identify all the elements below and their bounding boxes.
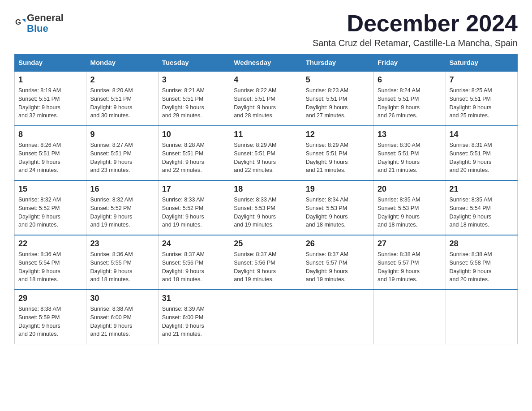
location-subtitle: Santa Cruz del Retamar, Castille-La Manc… [313, 38, 518, 48]
day-number: 6 [378, 75, 442, 85]
day-cell-12: 12Sunrise: 8:29 AMSunset: 5:51 PMDayligh… [302, 126, 373, 180]
day-info: Sunrise: 8:32 AMSunset: 5:52 PMDaylight:… [90, 196, 154, 229]
day-cell-11: 11Sunrise: 8:29 AMSunset: 5:51 PMDayligh… [230, 126, 302, 180]
day-cell-5: 5Sunrise: 8:23 AMSunset: 5:51 PMDaylight… [302, 71, 373, 126]
day-number: 18 [234, 184, 298, 194]
weekday-header-monday: Monday [86, 54, 158, 72]
day-number: 15 [18, 184, 82, 194]
day-cell-3: 3Sunrise: 8:21 AMSunset: 5:51 PMDaylight… [158, 71, 230, 126]
day-number: 20 [378, 184, 442, 194]
day-cell-30: 30Sunrise: 8:38 AMSunset: 6:00 PMDayligh… [86, 290, 158, 344]
svg-marker-1 [22, 19, 26, 22]
logo-general-text: General [27, 13, 64, 23]
weekday-header-row: SundayMondayTuesdayWednesdayThursdayFrid… [15, 54, 518, 72]
week-row-3: 15Sunrise: 8:32 AMSunset: 5:52 PMDayligh… [15, 180, 518, 235]
day-info: Sunrise: 8:39 AMSunset: 6:00 PMDaylight:… [162, 305, 226, 338]
logo-icon: G [15, 17, 26, 28]
day-number: 7 [450, 75, 514, 85]
day-cell-16: 16Sunrise: 8:32 AMSunset: 5:52 PMDayligh… [86, 180, 158, 235]
day-number: 1 [18, 75, 82, 85]
day-number: 30 [90, 294, 154, 303]
empty-cell [446, 290, 517, 344]
day-number: 29 [18, 294, 82, 303]
svg-text:G: G [15, 18, 21, 26]
day-info: Sunrise: 8:33 AMSunset: 5:52 PMDaylight:… [162, 196, 226, 229]
day-info: Sunrise: 8:38 AMSunset: 5:59 PMDaylight:… [18, 305, 82, 338]
day-number: 28 [450, 239, 514, 248]
weekday-header-saturday: Saturday [446, 54, 517, 72]
day-info: Sunrise: 8:38 AMSunset: 5:57 PMDaylight:… [378, 250, 442, 284]
day-info: Sunrise: 8:20 AMSunset: 5:51 PMDaylight:… [90, 86, 154, 120]
day-number: 17 [162, 184, 226, 194]
day-cell-13: 13Sunrise: 8:30 AMSunset: 5:51 PMDayligh… [374, 126, 446, 180]
day-info: Sunrise: 8:37 AMSunset: 5:57 PMDaylight:… [306, 250, 370, 284]
day-cell-17: 17Sunrise: 8:33 AMSunset: 5:52 PMDayligh… [158, 180, 230, 235]
week-row-5: 29Sunrise: 8:38 AMSunset: 5:59 PMDayligh… [15, 290, 518, 344]
day-cell-18: 18Sunrise: 8:33 AMSunset: 5:53 PMDayligh… [230, 180, 302, 235]
day-cell-20: 20Sunrise: 8:35 AMSunset: 5:53 PMDayligh… [374, 180, 446, 235]
day-cell-23: 23Sunrise: 8:36 AMSunset: 5:55 PMDayligh… [86, 235, 158, 290]
logo: G General Blue [14, 13, 64, 34]
day-cell-28: 28Sunrise: 8:38 AMSunset: 5:58 PMDayligh… [446, 235, 517, 290]
day-number: 9 [90, 130, 154, 139]
day-info: Sunrise: 8:35 AMSunset: 5:53 PMDaylight:… [378, 196, 442, 229]
day-number: 12 [306, 130, 370, 139]
day-cell-15: 15Sunrise: 8:32 AMSunset: 5:52 PMDayligh… [15, 180, 86, 235]
day-cell-10: 10Sunrise: 8:28 AMSunset: 5:51 PMDayligh… [158, 126, 230, 180]
day-info: Sunrise: 8:29 AMSunset: 5:51 PMDaylight:… [234, 141, 298, 175]
day-info: Sunrise: 8:21 AMSunset: 5:51 PMDaylight:… [162, 86, 226, 120]
weekday-header-thursday: Thursday [302, 54, 373, 72]
week-row-2: 8Sunrise: 8:26 AMSunset: 5:51 PMDaylight… [15, 126, 518, 180]
day-info: Sunrise: 8:32 AMSunset: 5:52 PMDaylight:… [18, 196, 82, 229]
day-cell-29: 29Sunrise: 8:38 AMSunset: 5:59 PMDayligh… [15, 290, 86, 344]
week-row-4: 22Sunrise: 8:36 AMSunset: 5:54 PMDayligh… [15, 235, 518, 290]
calendar-table: SundayMondayTuesdayWednesdayThursdayFrid… [14, 54, 518, 344]
weekday-header-friday: Friday [374, 54, 446, 72]
title-area: December 2024 Santa Cruz del Retamar, Ca… [313, 11, 518, 48]
week-row-1: 1Sunrise: 8:19 AMSunset: 5:51 PMDaylight… [15, 71, 518, 126]
empty-cell [374, 290, 446, 344]
day-cell-4: 4Sunrise: 8:22 AMSunset: 5:51 PMDaylight… [230, 71, 302, 126]
day-number: 13 [378, 130, 442, 139]
month-title: December 2024 [313, 11, 518, 36]
day-info: Sunrise: 8:31 AMSunset: 5:51 PMDaylight:… [450, 141, 514, 175]
day-cell-6: 6Sunrise: 8:24 AMSunset: 5:51 PMDaylight… [374, 71, 446, 126]
day-number: 16 [90, 184, 154, 194]
day-number: 4 [234, 75, 298, 85]
day-cell-1: 1Sunrise: 8:19 AMSunset: 5:51 PMDaylight… [15, 71, 86, 126]
day-cell-8: 8Sunrise: 8:26 AMSunset: 5:51 PMDaylight… [15, 126, 86, 180]
weekday-header-wednesday: Wednesday [230, 54, 302, 72]
day-info: Sunrise: 8:34 AMSunset: 5:53 PMDaylight:… [306, 196, 370, 229]
day-cell-27: 27Sunrise: 8:38 AMSunset: 5:57 PMDayligh… [374, 235, 446, 290]
day-cell-2: 2Sunrise: 8:20 AMSunset: 5:51 PMDaylight… [86, 71, 158, 126]
day-number: 25 [234, 239, 298, 248]
empty-cell [302, 290, 373, 344]
day-cell-31: 31Sunrise: 8:39 AMSunset: 6:00 PMDayligh… [158, 290, 230, 344]
day-cell-26: 26Sunrise: 8:37 AMSunset: 5:57 PMDayligh… [302, 235, 373, 290]
day-number: 23 [90, 239, 154, 248]
day-info: Sunrise: 8:36 AMSunset: 5:55 PMDaylight:… [90, 250, 154, 284]
day-info: Sunrise: 8:35 AMSunset: 5:54 PMDaylight:… [450, 196, 514, 229]
weekday-header-tuesday: Tuesday [158, 54, 230, 72]
day-cell-19: 19Sunrise: 8:34 AMSunset: 5:53 PMDayligh… [302, 180, 373, 235]
day-cell-25: 25Sunrise: 8:37 AMSunset: 5:56 PMDayligh… [230, 235, 302, 290]
day-cell-24: 24Sunrise: 8:37 AMSunset: 5:56 PMDayligh… [158, 235, 230, 290]
day-info: Sunrise: 8:24 AMSunset: 5:51 PMDaylight:… [378, 86, 442, 120]
day-number: 22 [18, 239, 82, 248]
day-cell-21: 21Sunrise: 8:35 AMSunset: 5:54 PMDayligh… [446, 180, 517, 235]
day-cell-22: 22Sunrise: 8:36 AMSunset: 5:54 PMDayligh… [15, 235, 86, 290]
day-number: 26 [306, 239, 370, 248]
day-info: Sunrise: 8:33 AMSunset: 5:53 PMDaylight:… [234, 196, 298, 229]
day-info: Sunrise: 8:19 AMSunset: 5:51 PMDaylight:… [18, 86, 82, 120]
day-number: 3 [162, 75, 226, 85]
day-number: 24 [162, 239, 226, 248]
day-info: Sunrise: 8:23 AMSunset: 5:51 PMDaylight:… [306, 86, 370, 120]
page-header: G General Blue December 2024 Santa Cruz … [14, 11, 518, 48]
day-number: 5 [306, 75, 370, 85]
day-info: Sunrise: 8:36 AMSunset: 5:54 PMDaylight:… [18, 250, 82, 284]
weekday-header-sunday: Sunday [15, 54, 86, 72]
day-info: Sunrise: 8:27 AMSunset: 5:51 PMDaylight:… [90, 141, 154, 175]
day-number: 31 [162, 294, 226, 303]
day-info: Sunrise: 8:37 AMSunset: 5:56 PMDaylight:… [162, 250, 226, 284]
day-number: 14 [450, 130, 514, 139]
